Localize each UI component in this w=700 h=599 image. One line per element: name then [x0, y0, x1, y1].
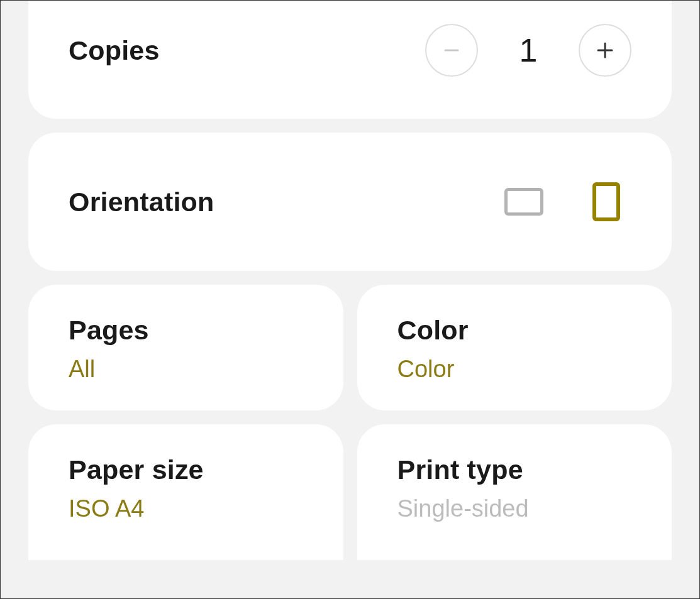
- copies-stepper: 1: [425, 24, 631, 77]
- orientation-card: Orientation: [28, 133, 672, 271]
- plus-icon: [596, 41, 614, 60]
- orientation-label: Orientation: [69, 187, 214, 217]
- orientation-landscape-icon[interactable]: [504, 188, 543, 216]
- pages-label: Pages: [69, 315, 303, 346]
- orientation-portrait-icon[interactable]: [592, 182, 620, 221]
- pages-value: All: [69, 356, 303, 383]
- print-type-card[interactable]: Print type Single-sided: [357, 424, 672, 560]
- copies-decrement-button[interactable]: [425, 24, 478, 77]
- pages-card[interactable]: Pages All: [28, 285, 343, 410]
- orientation-options: [504, 182, 631, 221]
- print-type-label: Print type: [397, 454, 632, 485]
- copies-value: 1: [478, 31, 579, 69]
- minus-icon: [443, 41, 460, 59]
- print-type-value: Single-sided: [397, 495, 632, 522]
- paper-size-label: Paper size: [69, 454, 303, 485]
- copies-increment-button[interactable]: [579, 24, 631, 77]
- color-label: Color: [397, 315, 632, 346]
- copies-label: Copies: [69, 35, 160, 66]
- paper-size-card[interactable]: Paper size ISO A4: [28, 424, 343, 560]
- color-value: Color: [397, 356, 632, 383]
- color-card[interactable]: Color Color: [357, 285, 672, 410]
- paper-size-value: ISO A4: [69, 495, 303, 522]
- copies-card: Copies 1: [28, 1, 672, 119]
